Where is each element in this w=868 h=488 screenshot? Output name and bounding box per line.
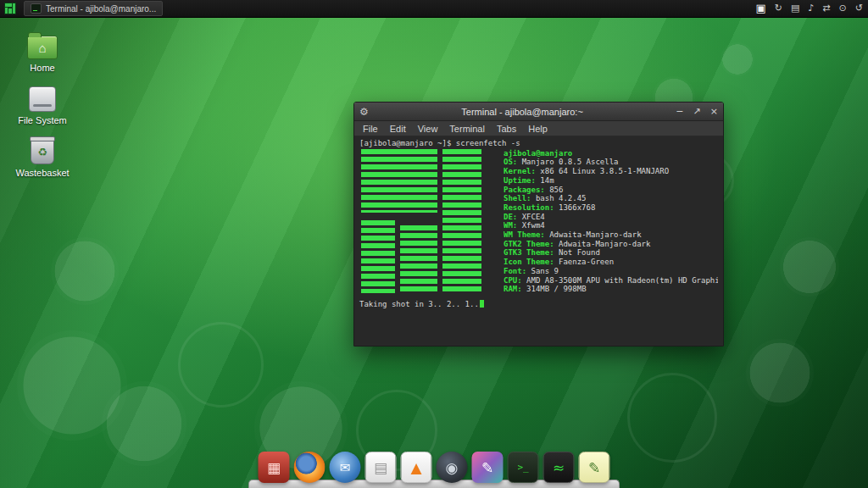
menu-view[interactable]: View: [413, 123, 443, 135]
desktop-icon-file-system[interactable]: File System: [14, 86, 71, 125]
desktop-icons: ⌂ Home File System ♻ Wastebasket: [14, 30, 71, 178]
dock-firefox[interactable]: [294, 452, 326, 483]
close-button[interactable]: ×: [710, 103, 718, 120]
notes-icon: ✎: [579, 452, 610, 483]
system-monitor-icon: ≈: [543, 452, 575, 483]
file-system-icon: [29, 86, 56, 112]
dock-text-editor[interactable]: ▤: [365, 452, 397, 483]
info-line: WM Theme: Adwaita-Manjaro-dark: [504, 230, 718, 240]
bokeh-decoration: [102, 381, 186, 466]
graphics-icon: ✎: [472, 452, 504, 483]
desktop-icon-home[interactable]: ⌂ Home: [14, 30, 71, 73]
bokeh-decoration: [17, 330, 127, 441]
info-label: CPU:: [504, 276, 522, 285]
info-label: Resolution:: [504, 203, 554, 212]
info-line: Icon Theme: Faenza-Green: [504, 258, 718, 267]
menu-file[interactable]: File: [358, 123, 383, 135]
info-value: Adwaita-Manjaro-dark: [554, 240, 651, 248]
menu-help[interactable]: Help: [523, 123, 553, 135]
dock-package-manager[interactable]: ▦: [259, 452, 290, 483]
package-manager-icon: ▦: [259, 452, 290, 483]
info-value: XFCE4: [517, 213, 545, 221]
screenfetch-output: ajibola@manjaro OS: Manjaro 0.8.5 Ascell…: [359, 149, 718, 300]
network-icon[interactable]: ⇄: [822, 0, 830, 17]
manjaro-ascii-logo: [361, 149, 483, 295]
info-line: GTK3 Theme: Not Found: [504, 248, 718, 258]
text-editor-icon: ▤: [365, 452, 397, 483]
firefox-icon: [294, 452, 326, 483]
desktop-icon-label: Home: [30, 63, 54, 73]
info-label: Icon Theme:: [504, 258, 554, 266]
dock-notes[interactable]: ✎: [579, 452, 610, 483]
minimize-button[interactable]: −: [676, 103, 683, 120]
dock: ▦ ✉ ▤ ▲ ◉ ✎ >_ ≈ ✎: [259, 452, 610, 483]
info-label: Shell:: [504, 194, 531, 202]
info-value: 14m: [536, 176, 554, 185]
info-line: GTK2 Theme: Adwaita-Manjaro-dark: [504, 240, 718, 249]
info-label: OS:: [504, 158, 517, 166]
show-desktop-icon[interactable]: ▣: [755, 0, 765, 17]
manjaro-logo-icon: [4, 3, 16, 14]
window-menubar: File Edit View Terminal Tabs Help: [354, 121, 723, 136]
countdown-line: Taking shot in 3.. 2.. 1..: [359, 300, 718, 309]
desktop-icon-wastebasket[interactable]: ♻ Wastebasket: [14, 139, 71, 178]
dock-graphics-app[interactable]: ✎: [472, 452, 504, 483]
session-icon[interactable]: ↺: [855, 0, 863, 17]
volume-icon[interactable]: ♪: [808, 0, 814, 17]
info-label: Kernel:: [504, 167, 536, 175]
dock-system-monitor[interactable]: ≈: [543, 452, 575, 483]
info-label: GTK3 Theme:: [504, 248, 554, 257]
info-line: Shell: bash 4.2.45: [504, 194, 718, 203]
updater-icon[interactable]: ↻: [775, 0, 782, 17]
window-titlebar[interactable]: ⚙ Terminal - ajibola@manjaro:~ − ↗ ×: [354, 103, 723, 121]
menu-terminal[interactable]: Terminal: [444, 123, 490, 135]
info-value: Faenza-Green: [554, 258, 614, 266]
info-line: Packages: 856: [504, 186, 718, 195]
dock-vlc[interactable]: ▲: [401, 452, 432, 483]
wastebasket-icon: ♻: [31, 139, 54, 164]
info-line: Font: Sans 9: [504, 267, 718, 276]
thunderbird-icon: ✉: [330, 452, 361, 483]
clipboard-icon[interactable]: ▤: [791, 0, 799, 17]
info-line: RAM: 314MB / 998MB: [504, 285, 718, 294]
window-menu-gear-icon[interactable]: ⚙: [359, 106, 369, 118]
bokeh-decoration: [51, 237, 119, 305]
countdown-text: Taking shot in 3.. 2.. 1..: [359, 300, 479, 308]
top-panel: Terminal - ajibola@manjaro... ▣ ↻ ▤ ♪ ⇄ …: [0, 0, 868, 18]
info-line: OS: Manjaro 0.8.5 Ascella: [504, 158, 718, 167]
maximize-button[interactable]: ↗: [693, 103, 701, 120]
bokeh-decoration: [746, 339, 814, 407]
desktop-icon-label: Wastebasket: [15, 168, 69, 178]
bokeh-decoration: [627, 373, 717, 463]
info-label: Font:: [504, 267, 526, 275]
info-value: AMD A8-3500M APU with Radeon(tm) HD Grap…: [522, 276, 718, 285]
home-folder-icon: ⌂: [27, 36, 58, 59]
dock-steam[interactable]: ◉: [437, 452, 468, 483]
info-value: Xfwm4: [517, 221, 545, 230]
terminal-icon: >_: [508, 452, 539, 483]
dock-terminal[interactable]: >_: [508, 452, 539, 483]
dock-thunderbird[interactable]: ✉: [330, 452, 361, 483]
terminal-output[interactable]: [ajibola@manjaro ~]$ screenfetch -s ajib…: [354, 136, 723, 346]
info-label: RAM:: [504, 285, 522, 293]
info-line: WM: Xfwm4: [504, 221, 718, 230]
taskbar-item-terminal[interactable]: Terminal - ajibola@manjaro...: [24, 1, 163, 16]
info-line: Uptime: 14m: [504, 176, 718, 186]
info-line: ajibola@manjaro: [504, 149, 718, 158]
info-value: Sans 9: [526, 267, 559, 275]
info-line: CPU: AMD A8-3500M APU with Radeon(tm) HD…: [504, 276, 718, 286]
manjaro-menu-button[interactable]: [0, 0, 20, 17]
info-value: 1366x768: [554, 203, 596, 212]
info-value: Adwaita-Manjaro-dark: [545, 230, 642, 239]
menu-tabs[interactable]: Tabs: [492, 123, 521, 135]
prompt-line: [ajibola@manjaro ~]$ screenfetch -s: [359, 139, 718, 148]
bokeh-decoration: [780, 237, 839, 297]
terminal-cursor: [480, 300, 484, 308]
steam-icon: ◉: [437, 452, 468, 483]
menu-edit[interactable]: Edit: [385, 123, 411, 135]
info-value: 314MB / 998MB: [522, 285, 587, 293]
power-icon[interactable]: ⊙: [839, 0, 847, 17]
terminal-icon: [31, 3, 42, 14]
taskbar-item-label: Terminal - ajibola@manjaro...: [46, 4, 156, 14]
info-line: DE: XFCE4: [504, 213, 718, 222]
